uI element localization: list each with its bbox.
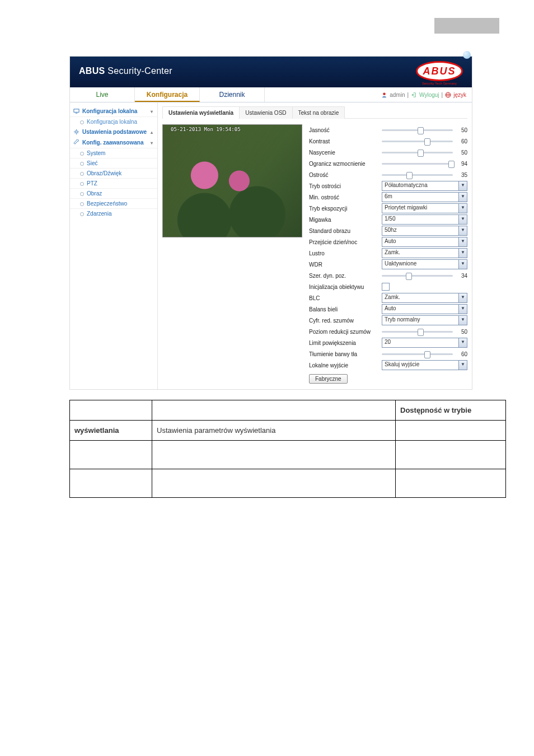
select-zoom-limit[interactable]: 20▼ <box>382 338 467 348</box>
bullet-icon <box>80 212 84 216</box>
brand-logo: ABUS Security Tech Germany <box>416 61 463 85</box>
sidebar-item-av[interactable]: Obraz/Dźwięk <box>70 168 157 178</box>
slider-brightness[interactable] <box>382 129 453 131</box>
chevron-down-icon: ▾ <box>151 141 153 146</box>
svg-point-3 <box>76 131 78 133</box>
logout-icon <box>411 92 417 98</box>
slider-sharpness[interactable] <box>382 174 453 176</box>
select-local-output[interactable]: Skaluj wyjście▼ <box>382 360 467 370</box>
sep2: | <box>442 92 443 98</box>
sidebar-group-advanced[interactable]: Konfig. zaawansowana ▾ <box>70 137 157 148</box>
user-name: admin <box>390 92 405 98</box>
select-exposure-mode[interactable]: Priorytet migawki▼ <box>382 203 467 213</box>
label-wdr: WDR <box>309 262 382 268</box>
subtab-osd[interactable]: Ustawienia OSD <box>239 106 292 119</box>
value-saturation: 50 <box>456 150 467 156</box>
content-pane: Ustawienia wyświetlania Ustawienia OSD T… <box>158 102 472 389</box>
label-focus-mode: Tryb ostrości <box>309 183 382 189</box>
user-bar: admin | Wyloguj | język <box>376 87 472 102</box>
sep: | <box>407 92 409 98</box>
label-dnr-level: Poziom redukcji szumów <box>309 329 382 335</box>
slider-dnr-level[interactable] <box>382 331 453 333</box>
logo-text: ABUS <box>423 66 456 77</box>
select-focus-mode[interactable]: Półautomatyczna▼ <box>382 181 467 191</box>
sidebar-item-local-config[interactable]: Konfiguracja lokalna <box>70 116 157 127</box>
select-value: Tryb normalny <box>382 316 458 325</box>
label-wdr-level: Szer. dyn. poz. <box>309 273 382 279</box>
slider-chroma-suppress[interactable] <box>382 353 453 355</box>
bullet-icon <box>80 152 84 156</box>
sidebar-item-label: Obraz/Dźwięk <box>87 170 121 176</box>
wrench-icon <box>73 139 79 146</box>
sidebar: Konfiguracja lokalna ▾ Konfiguracja loka… <box>70 102 158 389</box>
select-dnr[interactable]: Tryb normalny▼ <box>382 315 467 325</box>
select-value: Zamk. <box>382 293 458 302</box>
lang-link[interactable]: język <box>453 92 466 98</box>
chevron-down-icon: ▼ <box>458 260 467 269</box>
chevron-down-icon: ▼ <box>458 226 467 235</box>
brand-bold: ABUS <box>79 66 105 76</box>
value-dnr-level: 50 <box>456 329 467 335</box>
app-header: ABUS Security-Center ABUS Security Tech … <box>70 57 472 87</box>
subtab-text[interactable]: Tekst na obrazie <box>292 106 345 119</box>
slider-saturation[interactable] <box>382 152 453 153</box>
logout-link[interactable]: Wyloguj <box>419 92 439 98</box>
tab-config[interactable]: Konfiguracja <box>135 87 200 102</box>
sidebar-item-security[interactable]: Bezpieczeństwo <box>70 198 157 208</box>
gear-icon <box>73 129 79 135</box>
value-gain-limit: 94 <box>456 161 467 167</box>
bullet-icon <box>80 202 84 206</box>
checkbox-lens-init[interactable] <box>382 283 390 291</box>
sidebar-item-system[interactable]: System <box>70 148 157 158</box>
select-blc[interactable]: Zamk.▼ <box>382 293 467 303</box>
preview-timestamp: 05-21-2013 Mon 19:54:05 <box>171 127 241 132</box>
select-value: Auto <box>382 305 458 314</box>
sidebar-item-label: PTZ <box>87 180 97 186</box>
select-shutter[interactable]: 1/50▼ <box>382 214 467 225</box>
subtab-display[interactable]: Ustawienia wyświetlania <box>162 106 240 119</box>
sidebar-group-basic[interactable]: Ustawienia podstawowe ▴ <box>70 127 157 137</box>
app-window: ABUS Security-Center ABUS Security Tech … <box>69 56 472 390</box>
doc-table: Dostępność w trybie wyświetlania Ustawie… <box>69 400 506 498</box>
select-white-balance[interactable]: Auto▼ <box>382 304 467 314</box>
label-shutter: Migawka <box>309 217 382 223</box>
tab-live[interactable]: Live <box>70 87 135 102</box>
logo-oval: ABUS <box>416 61 463 81</box>
sidebar-item-label: Bezpieczeństwo <box>87 200 127 207</box>
sidebar-item-network[interactable]: Sieć <box>70 158 157 168</box>
sidebar-group-local[interactable]: Konfiguracja lokalna ▾ <box>70 106 157 116</box>
chevron-down-icon: ▼ <box>458 305 467 314</box>
value-wdr-level: 34 <box>456 273 467 279</box>
select-wdr[interactable]: Uaktywnione▼ <box>382 259 467 269</box>
label-saturation: Nasycenie <box>309 150 382 156</box>
select-mirror[interactable]: Zamk.▼ <box>382 248 467 258</box>
select-daynight[interactable]: Auto▼ <box>382 237 467 247</box>
slider-gain-limit[interactable] <box>382 163 453 165</box>
chevron-down-icon: ▼ <box>458 181 467 190</box>
slider-contrast[interactable] <box>382 141 453 142</box>
help-icon[interactable] <box>463 51 471 59</box>
tab-log[interactable]: Dziennik <box>200 87 265 102</box>
select-value: 1/50 <box>382 215 458 224</box>
bullet-icon <box>80 120 84 124</box>
label-local-output: Lokalne wyjście <box>309 362 382 368</box>
sidebar-item-image[interactable]: Obraz <box>70 188 157 198</box>
doc-header-right: Dostępność w trybie <box>396 400 506 421</box>
main-tabs: Live Konfiguracja Dziennik admin | Wylog… <box>70 87 472 102</box>
bullet-icon <box>80 192 84 196</box>
bullet-icon <box>80 172 84 176</box>
label-sharpness: Ostrość <box>309 172 382 178</box>
select-video-standard[interactable]: 50hz▼ <box>382 226 467 236</box>
sidebar-item-ptz[interactable]: PTZ <box>70 178 157 188</box>
label-blc: BLC <box>309 295 382 301</box>
value-brightness: 50 <box>456 127 467 133</box>
slider-wdr-level[interactable] <box>382 275 453 277</box>
select-value: Zamk. <box>382 249 458 258</box>
label-exposure-mode: Tryb ekspozycji <box>309 206 382 212</box>
select-min-focus[interactable]: 6m▼ <box>382 192 467 202</box>
value-chroma-suppress: 60 <box>456 351 467 357</box>
sidebar-group-advanced-label: Konfig. zaawansowana <box>82 139 143 146</box>
factory-defaults-button[interactable]: Fabryczne <box>309 374 348 384</box>
sidebar-item-events[interactable]: Zdarzenia <box>70 208 157 218</box>
globe-icon <box>445 92 451 98</box>
